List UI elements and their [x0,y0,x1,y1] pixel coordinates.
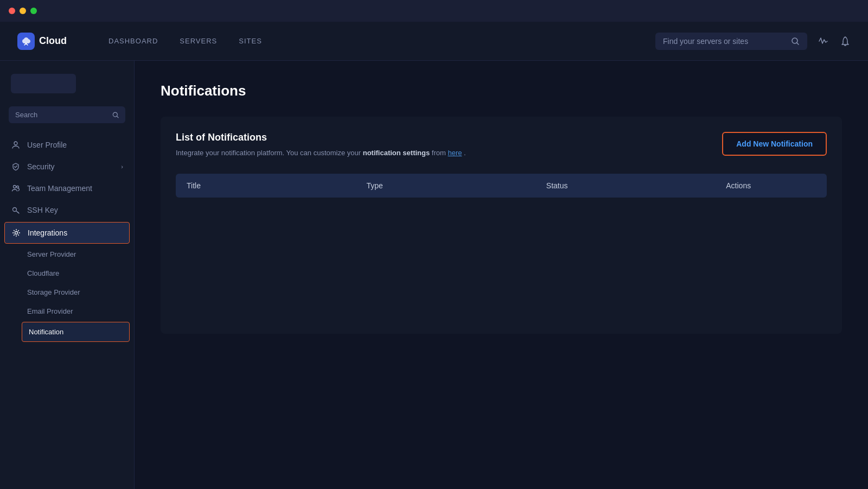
nav-dashboard[interactable]: DASHBOARD [108,37,158,45]
sidebar-search-box[interactable] [9,106,125,123]
sidebar-label-integrations: Integrations [28,228,67,237]
key-icon [11,205,21,215]
sidebar-label-server-provider: Server Provider [27,250,76,258]
activity-icon[interactable] [818,36,829,47]
sidebar-label-security: Security [27,162,55,171]
panel-header: List of Notifications Integrate your not… [176,132,827,158]
nav-sites[interactable]: SITES [239,37,262,45]
logo-text: Cloud [39,35,67,47]
sidebar-item-notification[interactable]: Notification [22,322,130,342]
svg-point-2 [14,142,17,145]
sidebar-label-email-provider: Email Provider [27,307,73,315]
panel-desc-bold: notification settings [363,149,430,157]
shield-icon [11,162,21,172]
nav-servers[interactable]: SERVERS [180,37,217,45]
sidebar-search-input[interactable] [15,111,108,119]
global-search-box[interactable] [655,33,807,50]
sidebar-label-team-management: Team Management [27,184,92,193]
sidebar-label-user-profile: User Profile [27,141,67,149]
sidebar-item-server-provider[interactable]: Server Provider [0,245,134,264]
top-nav: Cloud DASHBOARD SERVERS SITES [0,22,868,61]
sidebar-label-notification: Notification [29,328,63,336]
nav-links: DASHBOARD SERVERS SITES [108,37,629,45]
sidebar-label-cloudflare: Cloudflare [27,269,59,277]
nav-right [655,33,851,50]
titlebar [0,0,868,22]
panel-desc-before: Integrate your notification platform. Yo… [176,149,363,157]
search-icon [791,37,800,46]
table-col-actions: Actions [726,181,816,190]
panel-description: Integrate your notification platform. Yo… [176,148,466,158]
bell-icon[interactable] [840,36,851,47]
table-col-status: Status [546,181,726,190]
maximize-dot[interactable] [30,8,37,14]
sidebar-item-email-provider[interactable]: Email Provider [0,302,134,321]
sidebar-item-cloudflare[interactable]: Cloudflare [0,264,134,283]
sidebar-item-ssh-key[interactable]: SSH Key [0,199,134,221]
logo-icon [17,33,35,50]
logo: Cloud [17,33,82,50]
sidebar-label-ssh-key: SSH Key [27,206,58,214]
sidebar-search-icon [112,111,119,119]
sidebar-item-security[interactable]: Security › [0,156,134,177]
panel-desc-period: . [464,149,466,157]
sidebar-item-integrations[interactable]: Integrations [4,222,130,244]
gear-icon [11,228,21,238]
svg-point-6 [15,232,18,234]
page-title: Notifications [161,82,842,99]
sidebar-item-user-profile[interactable]: User Profile [0,134,134,156]
main-content: Notifications List of Notifications Inte… [135,61,868,489]
team-icon [11,183,21,193]
panel-header-left: List of Notifications Integrate your not… [176,132,466,158]
svg-point-3 [14,186,16,188]
table-col-title: Title [187,181,366,190]
sidebar-item-team-management[interactable]: Team Management [0,177,134,199]
notifications-panel: List of Notifications Integrate your not… [161,117,842,334]
sidebar: User Profile Security › [0,61,135,489]
person-icon [11,140,21,150]
minimize-dot[interactable] [20,8,26,14]
avatar-placeholder [11,74,76,93]
chevron-right-icon: › [121,163,123,170]
panel-desc-after: from [430,149,448,157]
table-header: Title Type Status Actions [176,174,827,198]
add-notification-button[interactable]: Add New Notification [722,132,827,156]
panel-desc-link[interactable]: here [448,149,462,157]
panel-title: List of Notifications [176,132,466,143]
close-dot[interactable] [9,8,15,14]
global-search-input[interactable] [663,37,786,46]
sidebar-item-storage-provider[interactable]: Storage Provider [0,283,134,302]
main-layout: User Profile Security › [0,61,868,489]
table-col-type: Type [366,181,546,190]
sidebar-label-storage-provider: Storage Provider [27,288,80,296]
